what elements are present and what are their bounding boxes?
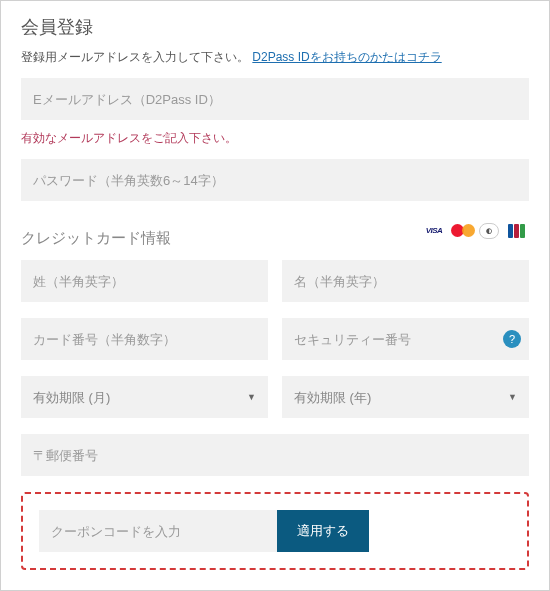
firstname-input[interactable] [282, 260, 529, 302]
cc-section-heading: クレジットカード情報 [21, 229, 171, 248]
d2pass-login-link[interactable]: D2Pass IDをお持ちのかたはコチラ [252, 50, 441, 64]
postal-input[interactable] [21, 434, 529, 476]
coupon-input[interactable] [39, 510, 277, 552]
exp-year-select[interactable]: 有効期限 (年) [282, 376, 529, 418]
cvv-input[interactable] [282, 318, 529, 360]
coupon-section: 適用する [21, 492, 529, 570]
lastname-input[interactable] [21, 260, 268, 302]
diners-icon: ◐ [479, 223, 499, 239]
cardnumber-input[interactable] [21, 318, 268, 360]
card-icons: VISA ◐ [421, 223, 529, 239]
cvv-help-icon[interactable]: ? [503, 330, 521, 348]
apply-coupon-button[interactable]: 適用する [277, 510, 369, 552]
help-prefix: 登録用メールアドレスを入力して下さい。 [21, 50, 249, 64]
password-input[interactable] [21, 159, 529, 201]
help-text: 登録用メールアドレスを入力して下さい。 D2Pass IDをお持ちのかたはコチラ [21, 49, 529, 66]
mastercard-icon [451, 223, 475, 239]
page-title: 会員登録 [21, 15, 529, 39]
exp-month-select[interactable]: 有効期限 (月) [21, 376, 268, 418]
jcb-icon [503, 223, 529, 239]
visa-icon: VISA [421, 223, 447, 239]
email-input[interactable] [21, 78, 529, 120]
email-error: 有効なメールアドレスをご記入下さい。 [21, 130, 529, 147]
